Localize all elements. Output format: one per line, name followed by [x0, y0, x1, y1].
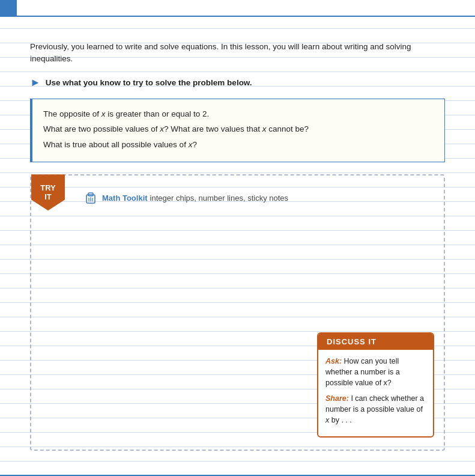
discuss-it-body: Ask: How can you tell whether a number i…: [318, 350, 433, 437]
shield-shape: TRY IT: [31, 174, 65, 210]
share-label: Share:: [325, 394, 349, 403]
prompt-text: Use what you know to try to solve the pr…: [46, 78, 252, 87]
arrow-icon: ►: [30, 76, 41, 89]
discuss-it-header: DISCUSS IT: [318, 334, 433, 350]
intro-text: Previously, you learned to write and sol…: [30, 41, 445, 66]
problem-line3: What is true about all possible values o…: [43, 138, 434, 151]
badge-line2: IT: [44, 192, 52, 202]
try-it-badge: TRY IT: [30, 174, 66, 210]
discuss-it-container: DISCUSS IT Ask: How can you tell whether…: [317, 332, 434, 438]
toolkit-icon: [83, 190, 98, 206]
toolkit-label: Math Toolkit: [102, 194, 148, 203]
math-toolkit: Math Toolkit integer chips, number lines…: [83, 190, 434, 206]
ask-label: Ask:: [325, 357, 342, 365]
toolkit-items: integer chips, number lines, sticky note…: [150, 194, 289, 203]
problem-box: The opposite of x is greater than or equ…: [30, 99, 445, 163]
badge-line1: TRY: [40, 183, 56, 193]
problem-line2: What are two possible values of x? What …: [43, 123, 434, 136]
try-it-container: TRY IT Math Toolkit integer chips, numbe…: [30, 174, 445, 451]
prompt-bar: ► Use what you know to try to solve the …: [30, 76, 445, 89]
problem-line1: The opposite of x is greater than or equ…: [43, 108, 434, 121]
discuss-ask: Ask: How can you tell whether a number i…: [325, 356, 426, 388]
discuss-share: Share: I can check whether a number is a…: [325, 393, 426, 426]
share-text-post: by . . .: [329, 416, 352, 424]
